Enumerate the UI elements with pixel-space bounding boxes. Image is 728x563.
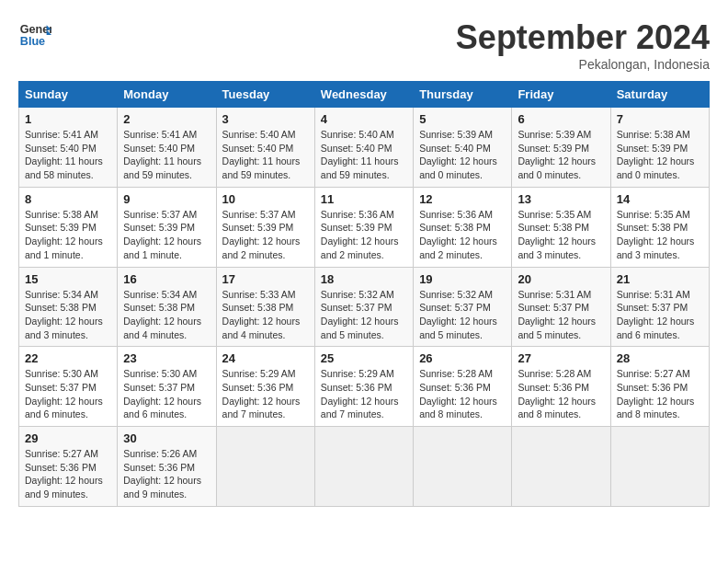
location-subtitle: Pekalongan, Indonesia	[456, 57, 710, 72]
calendar-day: 27Sunrise: 5:28 AM Sunset: 5:36 PM Dayli…	[512, 347, 610, 427]
calendar-day: 3Sunrise: 5:40 AM Sunset: 5:40 PM Daylig…	[216, 108, 314, 188]
calendar-day: 21Sunrise: 5:31 AM Sunset: 5:37 PM Dayli…	[610, 267, 709, 347]
calendar-day: 2Sunrise: 5:41 AM Sunset: 5:40 PM Daylig…	[118, 108, 216, 188]
calendar-day: 20Sunrise: 5:31 AM Sunset: 5:37 PM Dayli…	[512, 267, 610, 347]
calendar-day	[216, 427, 314, 507]
calendar-day: 16Sunrise: 5:34 AM Sunset: 5:38 PM Dayli…	[118, 267, 216, 347]
weekday-header: Thursday	[414, 82, 512, 108]
calendar-day	[414, 427, 512, 507]
calendar-day: 8Sunrise: 5:38 AM Sunset: 5:39 PM Daylig…	[19, 187, 118, 267]
calendar-day	[314, 427, 413, 507]
calendar-week-row: 1Sunrise: 5:41 AM Sunset: 5:40 PM Daylig…	[19, 108, 710, 188]
weekday-header: Wednesday	[314, 82, 413, 108]
calendar-day: 25Sunrise: 5:29 AM Sunset: 5:36 PM Dayli…	[314, 347, 413, 427]
calendar-week-row: 22Sunrise: 5:30 AM Sunset: 5:37 PM Dayli…	[19, 347, 710, 427]
calendar-day: 15Sunrise: 5:34 AM Sunset: 5:38 PM Dayli…	[19, 267, 118, 347]
svg-text:Blue: Blue	[20, 35, 45, 48]
calendar-day: 11Sunrise: 5:36 AM Sunset: 5:39 PM Dayli…	[314, 187, 413, 267]
calendar-day: 9Sunrise: 5:37 AM Sunset: 5:39 PM Daylig…	[118, 187, 216, 267]
calendar-table: SundayMondayTuesdayWednesdayThursdayFrid…	[18, 81, 710, 507]
calendar-week-row: 15Sunrise: 5:34 AM Sunset: 5:38 PM Dayli…	[19, 267, 710, 347]
calendar-day: 10Sunrise: 5:37 AM Sunset: 5:39 PM Dayli…	[216, 187, 314, 267]
calendar-day: 14Sunrise: 5:35 AM Sunset: 5:38 PM Dayli…	[610, 187, 709, 267]
weekday-header-row: SundayMondayTuesdayWednesdayThursdayFrid…	[19, 82, 710, 108]
calendar-day: 19Sunrise: 5:32 AM Sunset: 5:37 PM Dayli…	[414, 267, 512, 347]
calendar-day: 18Sunrise: 5:32 AM Sunset: 5:37 PM Dayli…	[314, 267, 413, 347]
calendar-day: 26Sunrise: 5:28 AM Sunset: 5:36 PM Dayli…	[414, 347, 512, 427]
calendar-day: 22Sunrise: 5:30 AM Sunset: 5:37 PM Dayli…	[19, 347, 118, 427]
calendar-day: 5Sunrise: 5:39 AM Sunset: 5:40 PM Daylig…	[414, 108, 512, 188]
calendar-day: 1Sunrise: 5:41 AM Sunset: 5:40 PM Daylig…	[19, 108, 118, 188]
calendar-week-row: 8Sunrise: 5:38 AM Sunset: 5:39 PM Daylig…	[19, 187, 710, 267]
calendar-day: 28Sunrise: 5:27 AM Sunset: 5:36 PM Dayli…	[610, 347, 709, 427]
month-title: September 2024	[456, 18, 710, 57]
calendar-day: 23Sunrise: 5:30 AM Sunset: 5:37 PM Dayli…	[118, 347, 216, 427]
calendar-week-row: 29Sunrise: 5:27 AM Sunset: 5:36 PM Dayli…	[19, 427, 710, 507]
calendar-day: 17Sunrise: 5:33 AM Sunset: 5:38 PM Dayli…	[216, 267, 314, 347]
calendar-day: 7Sunrise: 5:38 AM Sunset: 5:39 PM Daylig…	[610, 108, 709, 188]
weekday-header: Tuesday	[216, 82, 314, 108]
weekday-header: Monday	[118, 82, 216, 108]
calendar-day	[512, 427, 610, 507]
calendar-day: 30Sunrise: 5:26 AM Sunset: 5:36 PM Dayli…	[118, 427, 216, 507]
weekday-header: Sunday	[19, 82, 118, 108]
weekday-header: Saturday	[610, 82, 709, 108]
calendar-day: 12Sunrise: 5:36 AM Sunset: 5:38 PM Dayli…	[414, 187, 512, 267]
logo-icon: General Blue	[18, 18, 51, 52]
calendar-day: 6Sunrise: 5:39 AM Sunset: 5:39 PM Daylig…	[512, 108, 610, 188]
title-block: September 2024 Pekalongan, Indonesia	[456, 18, 710, 72]
calendar-day: 13Sunrise: 5:35 AM Sunset: 5:38 PM Dayli…	[512, 187, 610, 267]
calendar-day: 29Sunrise: 5:27 AM Sunset: 5:36 PM Dayli…	[19, 427, 118, 507]
calendar-day	[610, 427, 709, 507]
calendar-day: 4Sunrise: 5:40 AM Sunset: 5:40 PM Daylig…	[314, 108, 413, 188]
page-header: General Blue September 2024 Pekalongan, …	[18, 18, 710, 72]
logo: General Blue	[18, 18, 51, 52]
calendar-day: 24Sunrise: 5:29 AM Sunset: 5:36 PM Dayli…	[216, 347, 314, 427]
weekday-header: Friday	[512, 82, 610, 108]
